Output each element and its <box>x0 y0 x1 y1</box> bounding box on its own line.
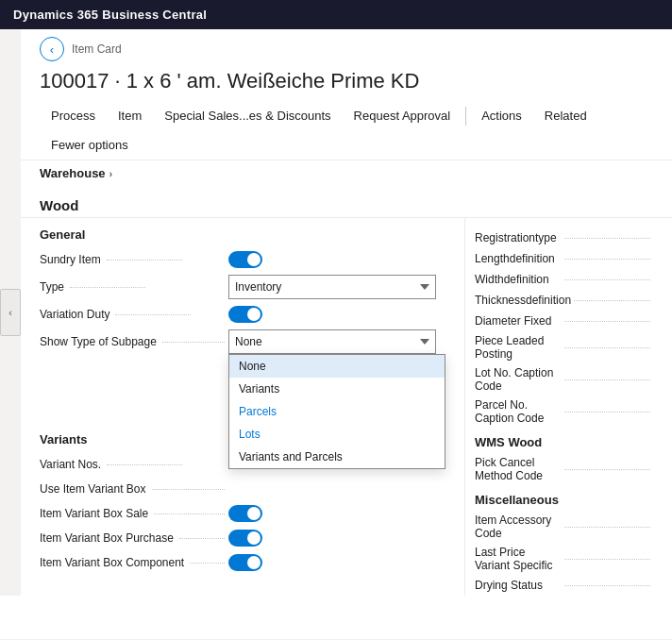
lot-no-caption-label: Lot No. Caption Code <box>475 366 562 393</box>
dropdown-option-lots[interactable]: Lots <box>229 423 445 446</box>
item-variant-box-sale-row: Item Variant Box Sale <box>40 501 445 526</box>
item-variant-box-purchase-toggle[interactable] <box>228 530 262 547</box>
dropdown-option-variants[interactable]: Variants <box>229 378 445 400</box>
right-field-parcel-no-caption: Parcel No. Caption Code <box>475 396 653 428</box>
back-button[interactable]: ‹ <box>40 37 64 61</box>
item-variant-box-sale-toggle[interactable] <box>228 505 262 522</box>
show-type-dropdown[interactable]: None Variants Parcels Lots Variants and … <box>228 354 445 469</box>
show-type-label: Show Type of Subpage <box>40 335 157 348</box>
dropdown-option-variants-and-parcels[interactable]: Variants and Parcels <box>229 446 445 468</box>
thicknessdefinition-label: Thicknessdefinition <box>475 294 571 307</box>
show-type-select[interactable]: None <box>228 329 436 354</box>
right-field-pick-cancel: Pick Cancel Method Code <box>475 453 653 485</box>
variation-duty-row: Variation Duty <box>40 302 445 327</box>
type-row: Type Inventory <box>40 272 445 302</box>
diameter-fixed-label: Diameter Fixed <box>475 314 562 328</box>
item-variant-box-component-toggle[interactable] <box>228 554 262 571</box>
miscellaneous-group-label: Miscellaneous <box>475 485 653 511</box>
dropdown-option-none[interactable]: None <box>229 355 445 378</box>
item-variant-box-component-label: Item Variant Box Component <box>40 556 184 569</box>
lengthdefinition-label: Lengthdefinition <box>475 252 562 265</box>
wood-section-header: Wood <box>21 186 672 218</box>
nav-actions[interactable]: Actions <box>470 101 533 130</box>
back-icon: ‹ <box>50 42 54 57</box>
type-label: Type <box>40 280 64 294</box>
right-field-piece-leaded-posting: Piece Leaded Posting <box>475 331 653 363</box>
variation-duty-toggle[interactable] <box>228 306 262 323</box>
item-variant-box-purchase-row: Item Variant Box Purchase <box>40 526 445 550</box>
warehouse-link[interactable]: Warehouse › <box>21 160 672 186</box>
registrationtype-label: Registrationtype <box>475 231 562 244</box>
general-group-label: General <box>40 218 445 247</box>
last-price-variant-label: Last Price Variant Specific <box>475 546 562 572</box>
item-accessory-label: Item Accessory Code <box>475 514 562 540</box>
nav-process[interactable]: Process <box>40 101 107 130</box>
dropdown-option-parcels[interactable]: Parcels <box>229 400 445 423</box>
pick-cancel-label: Pick Cancel Method Code <box>475 456 562 482</box>
nav-request-approval[interactable]: Request Approval <box>343 101 462 130</box>
widthdefinition-label: Widthdefinition <box>475 273 562 286</box>
item-variant-box-purchase-label: Item Variant Box Purchase <box>40 531 174 545</box>
right-field-diameter-fixed: Diameter Fixed <box>475 311 653 331</box>
breadcrumb: Item Card <box>72 42 122 56</box>
nav-divider <box>465 107 466 126</box>
sundry-item-toggle[interactable] <box>228 251 262 268</box>
use-item-variant-box-row: Use Item Variant Box <box>40 477 445 501</box>
app-title: Dynamics 365 Business Central <box>13 8 207 22</box>
show-type-row: Show Type of Subpage None None Variants <box>40 327 445 357</box>
variant-nos-label: Variant Nos. <box>40 458 101 471</box>
drying-status-label: Drying Status <box>475 579 562 592</box>
collapse-icon[interactable]: ‹ <box>0 289 21 336</box>
right-field-lot-no-caption: Lot No. Caption Code <box>475 363 653 396</box>
type-select[interactable]: Inventory <box>228 275 436 299</box>
right-field-registrationtype: Registrationtype <box>475 227 653 248</box>
right-field-lengthdefinition: Lengthdefinition <box>475 248 653 269</box>
right-field-item-accessory: Item Accessory Code <box>475 511 653 543</box>
piece-leaded-posting-label: Piece Leaded Posting <box>475 334 562 361</box>
item-variant-box-component-row: Item Variant Box Component <box>40 550 445 575</box>
nav-fewer-options[interactable]: Fewer options <box>40 130 140 160</box>
nav-bar: Process Item Special Sales...es & Discou… <box>21 101 672 160</box>
wms-wood-group-label: WMS Wood <box>475 428 653 453</box>
item-variant-box-sale-label: Item Variant Box Sale <box>40 507 148 520</box>
warehouse-chevron-icon: › <box>109 168 113 179</box>
sidebar-collapse[interactable]: ‹ <box>0 29 21 596</box>
variation-duty-label: Variation Duty <box>40 308 109 321</box>
sundry-item-label: Sundry Item <box>40 253 101 266</box>
title-bar: Dynamics 365 Business Central <box>0 0 672 29</box>
nav-item[interactable]: Item <box>107 101 153 130</box>
nav-related[interactable]: Related <box>533 101 598 130</box>
right-field-last-price-variant: Last Price Variant Specific <box>475 543 653 575</box>
breadcrumb-bar: ‹ Item Card <box>21 29 672 65</box>
right-field-widthdefinition: Widthdefinition <box>475 269 653 290</box>
page-title: 100017 · 1 x 6 ' am. Weißeiche Prime KD <box>21 65 672 101</box>
right-field-drying-status: Drying Status <box>475 575 653 596</box>
right-field-thicknessdefinition: Thicknessdefinition <box>475 290 653 311</box>
sundry-item-row: Sundry Item <box>40 247 445 272</box>
right-col: Registrationtype Lengthdefinition Widthd… <box>464 218 653 596</box>
parcel-no-caption-label: Parcel No. Caption Code <box>475 398 562 425</box>
nav-special-sales[interactable]: Special Sales...es & Discounts <box>153 101 342 130</box>
use-item-variant-box-label: Use Item Variant Box <box>40 482 146 496</box>
